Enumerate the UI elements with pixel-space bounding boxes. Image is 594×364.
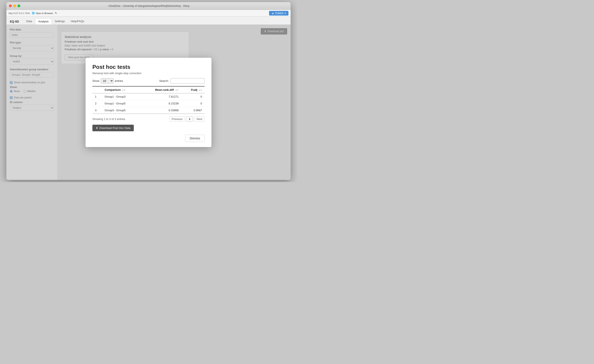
traffic-lights [9,5,20,7]
publish-button[interactable]: ▲ Publish ▾ [269,11,289,16]
row-num: 2 [92,100,102,107]
modal-dialog: Post hoc tests Nemenyi test with single-… [86,58,211,147]
modal-footer: Dismiss [92,135,205,142]
row-comparison: Group1 - Group5 [102,100,140,107]
next-button[interactable]: Next [194,116,205,122]
url-display: http://127.0.0.1:7641 [8,12,30,14]
minimize-button[interactable] [13,5,16,7]
refresh-button[interactable]: ↻ [55,12,57,15]
row-p-adj: 0 [181,100,205,107]
row-p-adj: 0 [181,93,205,100]
show-count-select[interactable]: 10 [101,78,114,84]
col-comparison[interactable]: Comparison ▲▼ [102,86,140,93]
col-p-adj[interactable]: P.adj ▲▼ [181,86,205,93]
nav-tab-help[interactable]: Help/FAQs [68,18,87,25]
entries-label: entries [115,79,123,83]
row-num: 3 [92,107,102,114]
row-comparison: Group1 - Group3 [102,93,140,100]
row-mean-rank-diff: 0.33968 [140,107,181,114]
chevron-down-icon: ▾ [285,12,286,15]
download-posthoc-button[interactable]: ⬇ Download Post Hoc Data [92,125,134,131]
sort-icon: ▲▼ [199,89,202,91]
previous-button[interactable]: Previous [169,116,185,122]
window-title: ~/OneDrive - University of Glasgow/works… [108,5,190,7]
sort-icon: ▲▼ [176,89,179,91]
dismiss-button[interactable]: Dismiss [185,135,205,142]
show-entries-row: Show 10 entries Search: [92,78,205,84]
main-content: Plot data: Plot type: Density Group by: … [7,25,290,180]
search-label: Search: [159,79,169,83]
app-nav: EQ-5D Data Analysis Settings Help/FAQs [7,17,290,25]
modal-overlay: Post hoc tests Nemenyi test with single-… [7,25,290,180]
show-left: Show 10 entries [92,78,123,84]
pagination-controls: Previous 1 Next [169,116,205,122]
search-right: Search: [159,78,205,84]
table-row: 2 Group1 - Group5 8.15239 0 [92,100,205,107]
modal-title: Post hoc tests [92,64,205,70]
page-number: 1 [186,116,193,122]
nav-tab-data[interactable]: Data [23,18,35,25]
modal-subtitle: Nemenyi test with single-step correction [92,72,205,75]
table-row: 1 Group1 - Group3 7.81271 0 [92,93,205,100]
row-mean-rank-diff: 8.15239 [140,100,181,107]
table-row: 3 Group3 - Group5 0.33968 0.9687 [92,107,205,114]
titlebar: ~/OneDrive - University of Glasgow/works… [7,2,290,10]
col-mean-rank-diff[interactable]: Mean.rank.diff ▲▼ [140,86,181,93]
app-window: ~/OneDrive - University of Glasgow/works… [7,2,290,180]
download-icon: ⬇ [96,126,98,130]
pagination-row: Showing 1 to 3 of 3 entries Previous 1 N… [92,116,205,122]
row-num: 1 [92,93,102,100]
row-mean-rank-diff: 7.81271 [140,93,181,100]
maximize-button[interactable] [18,5,20,7]
sort-icon: ▲▼ [122,89,126,91]
nav-tab-analysis[interactable]: Analysis [35,18,52,25]
app-brand: EQ-5D [10,20,19,25]
posthoc-table: Comparison ▲▼ Mean.rank.diff ▲▼ P.adj ▲▼ [92,86,205,114]
urlbar: http://127.0.0.1:7641 🌐 Open in Browser … [7,10,290,17]
row-p-adj: 0.9687 [181,107,205,114]
col-num [92,86,102,93]
close-button[interactable] [9,5,12,7]
row-comparison: Group3 - Group5 [102,107,140,114]
nav-tab-settings[interactable]: Settings [52,18,68,25]
publish-icon: ▲ [272,12,274,15]
browser-icon: 🌐 [32,12,35,14]
show-label: Show [92,79,99,83]
showing-text: Showing 1 to 3 of 3 entries [92,117,125,121]
open-in-browser-button[interactable]: 🌐 Open in Browser [32,12,53,14]
search-input[interactable] [170,78,205,84]
